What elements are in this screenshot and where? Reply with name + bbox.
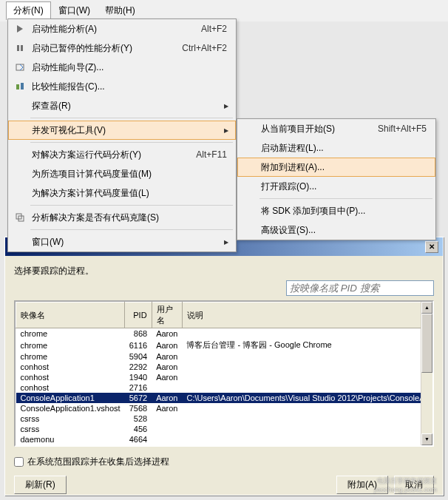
menu-label: 为解决方案计算代码度量值(L) [32,187,233,200]
cell-pid: 528 [125,413,152,424]
cell-pid: 868 [125,328,152,339]
wizard-icon [11,61,29,74]
menu-label: 启动性能向导(Z)... [32,61,233,74]
svg-rect-5 [21,83,24,89]
col-pid[interactable]: PID [125,303,152,328]
cell-pid: 4664 [125,434,152,445]
submenu-item[interactable]: 附加到进程(A)... [237,158,435,177]
menu-label: 并发可视化工具(V) [32,124,224,137]
menu-item[interactable]: 窗口(W)▶ [8,232,236,251]
table-row[interactable]: ConsoleApplication15672AaronC:\Users\Aar… [16,393,421,403]
cell-user: Aaron [152,403,182,413]
table-row[interactable]: chrome868Aaron [16,328,421,339]
menu-item[interactable]: 对解决方案运行代码分析(Y)Alt+F11 [8,145,236,164]
cell-image: conhost [16,372,125,382]
cell-image: conhost [16,382,125,393]
table-row[interactable]: ConsoleApplication1.vshost7568Aaron [16,403,421,413]
dialog-instruction: 选择要跟踪的进程。 [14,265,434,277]
close-button[interactable]: ✕ [425,241,438,253]
menu-label: 高级设置(S)... [261,224,432,237]
menu-window[interactable]: 窗口(W) [51,1,98,20]
cell-desc [182,424,421,434]
col-desc[interactable]: 说明 [182,303,421,328]
menu-label: 启动性能分析(A) [32,23,201,36]
col-image[interactable]: 映像名 [16,303,125,328]
cell-desc: ConsoleApplication1 - Microsoft Visual S… [182,445,421,445]
menu-accelerator: Ctrl+Alt+F2 [182,43,227,53]
scroll-down-icon[interactable]: ▼ [421,433,432,445]
menu-accelerator: Alt+F11 [196,149,227,160]
cell-pid: 6116 [125,339,152,351]
cell-user [152,424,182,434]
table-row[interactable]: conhost2716 [16,382,421,393]
menu-label: 将 SDK 添加到项目中(P)... [261,205,432,217]
submenu-item[interactable]: 启动新进程(L)... [237,138,435,158]
menu-label: 启动新进程(L)... [261,142,432,155]
menu-label: 窗口(W) [32,236,224,249]
table-row[interactable]: devenv4372AaronConsoleApplication1 - Mic… [16,445,421,445]
submenu-item[interactable]: 将 SDK 添加到项目中(P)... [237,201,435,220]
cell-image: chrome [16,328,125,339]
menu-item[interactable]: 探查器(R)▶ [8,96,236,115]
table-row[interactable]: conhost2292Aaron [16,362,421,372]
table-row[interactable]: chrome6116Aaron博客后台管理 - 博客园 - Google Chr… [16,339,421,351]
menu-separator [30,118,233,118]
blank-icon [240,122,258,135]
system-trace-checkbox[interactable] [14,457,24,467]
svg-rect-2 [21,45,23,51]
concurrency-submenu: 从当前项目开始(S)Shift+Alt+F5启动新进程(L)...附加到进程(A… [237,118,436,240]
menu-item[interactable]: 为解决方案计算代码度量值(L) [8,183,236,203]
menu-label: 比较性能报告(C)... [32,81,233,93]
menu-separator [30,229,233,230]
menu-analysis[interactable]: 分析(N) [6,1,51,20]
submenu-item[interactable]: 打开跟踪(O)... [237,177,435,196]
checkbox-label: 在系统范围跟踪并在收集后选择进程 [27,456,169,468]
cell-desc: C:\Users\Aaron\Documents\Visual Studio 2… [182,393,421,403]
menu-label: 从当前项目开始(S) [261,123,378,135]
cell-pid: 5904 [125,351,152,362]
menu-item[interactable]: 为所选项目计算代码度量值(M) [8,164,236,183]
submenu-item[interactable]: 高级设置(S)... [237,220,435,240]
cell-desc: 博客后台管理 - 博客园 - Google Chrome [182,339,421,351]
menu-item[interactable]: 分析解决方案是否有代码克隆(S) [8,208,236,227]
cell-image: devenv [16,445,125,445]
menu-item[interactable]: 并发可视化工具(V)▶ [8,121,236,140]
cell-image: csrss [16,413,125,424]
cell-user: Aaron [152,372,182,382]
cell-image: chrome [16,339,125,351]
menu-item[interactable]: 比较性能报告(C)... [8,77,236,96]
menu-separator [30,142,233,143]
menu-accelerator: Alt+F2 [201,24,227,34]
cell-image: conhost [16,362,125,372]
menu-item[interactable]: 启动已暂停的性能分析(Y)Ctrl+Alt+F2 [8,38,236,58]
search-input[interactable] [286,280,434,296]
cell-user: Aaron [152,393,182,403]
table-row[interactable]: conhost1940Aaron [16,372,421,382]
scrollbar-vertical[interactable]: ▲ ▼ [421,302,432,445]
process-table[interactable]: 映像名 PID 用户名 说明 chrome868Aaronchrome6116A… [16,302,421,445]
blank-icon [11,235,29,249]
table-row[interactable]: chrome5904Aaron [16,351,421,362]
pause-icon [11,41,29,55]
menu-item[interactable]: 启动性能分析(A)Alt+F2 [8,19,236,38]
table-row[interactable]: csrss456 [16,424,421,434]
blank-icon [11,124,29,137]
table-row[interactable]: daemonu4664 [16,434,421,445]
cell-pid: 2716 [125,382,152,393]
scroll-thumb[interactable] [421,314,432,373]
cell-pid: 5672 [125,393,152,403]
menu-item[interactable]: 启动性能向导(Z)... [8,58,236,77]
menu-help[interactable]: 帮助(H) [98,1,143,20]
cell-user: Aaron [152,328,182,339]
menu-label: 打开跟踪(O)... [261,180,432,193]
refresh-button[interactable]: 刷新(R) [14,476,67,494]
table-row[interactable]: csrss528 [16,413,421,424]
menu-accelerator: Shift+Alt+F5 [378,124,427,134]
attach-dialog: 附加到进程 ✕ 选择要跟踪的进程。 映像名 PID 用户名 说明 chrome8… [4,237,444,496]
submenu-item[interactable]: 从当前项目开始(S)Shift+Alt+F5 [237,119,435,138]
scroll-up-icon[interactable]: ▲ [421,302,432,314]
blank-icon [240,204,258,217]
col-user[interactable]: 用户名 [152,303,182,328]
menu-label: 分析解决方案是否有代码克隆(S) [32,212,233,224]
svg-rect-4 [16,84,19,89]
